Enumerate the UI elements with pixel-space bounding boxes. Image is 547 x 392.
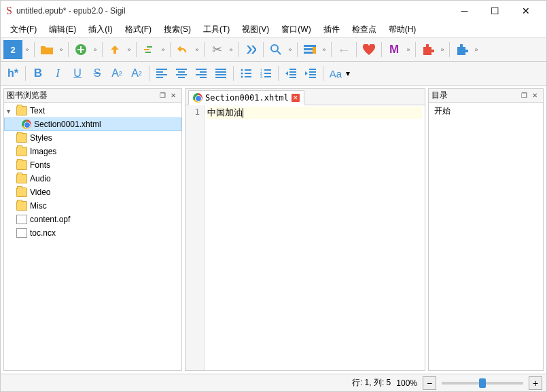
tree-label: toc.ncx — [30, 228, 56, 238]
chevron-icon[interactable]: » — [227, 46, 235, 53]
menu-checkpoints[interactable]: 检查点 — [347, 22, 382, 37]
code-area[interactable]: 中国加油 — [205, 105, 425, 370]
bold-button[interactable]: B — [29, 64, 48, 83]
subscript-button[interactable]: A2 — [107, 64, 126, 83]
tree-folder-fonts[interactable]: Fonts — [4, 158, 181, 172]
bullet-list-button[interactable] — [236, 64, 255, 83]
svg-point-10 — [241, 73, 243, 75]
menu-edit[interactable]: 编辑(E) — [43, 22, 82, 37]
tree-file-ncx[interactable]: toc.ncx — [4, 226, 181, 240]
chevron-icon[interactable]: » — [320, 46, 328, 53]
tree-folder-text[interactable]: ▾Text — [4, 104, 181, 118]
align-center-button[interactable] — [172, 64, 191, 83]
menu-insert[interactable]: 插入(I) — [83, 22, 118, 37]
zoom-slider[interactable] — [442, 382, 523, 385]
chevron-icon[interactable]: » — [125, 46, 133, 53]
zoom-level: 100% — [396, 378, 417, 388]
remove-format-button[interactable] — [139, 40, 158, 59]
book-browser-panel: 图书浏览器 ❐ ✕ ▾Text Section0001.xhtml Styles… — [3, 88, 182, 371]
tree-label: Fonts — [30, 160, 50, 170]
chevron-down-icon[interactable]: ▾ — [346, 69, 350, 78]
main-toolbar: 2 » » » » » » ✂ » » » ← M » » » — [1, 37, 546, 62]
align-right-button[interactable] — [192, 64, 211, 83]
menu-plugins[interactable]: 插件 — [318, 22, 345, 37]
chevron-icon[interactable]: » — [193, 46, 201, 53]
menu-search[interactable]: 搜索(S) — [158, 22, 196, 37]
menu-tools[interactable]: 工具(T) — [198, 22, 235, 37]
plugin-red-button[interactable] — [419, 40, 438, 59]
tree-label: Text — [30, 106, 45, 115]
tab-close-icon[interactable]: ✕ — [292, 94, 300, 102]
chevron-icon[interactable]: » — [472, 46, 480, 53]
align-left-button[interactable] — [152, 64, 171, 83]
close-button[interactable]: ✕ — [510, 1, 541, 20]
up-arrow-button[interactable] — [105, 40, 124, 59]
validate-button[interactable] — [241, 40, 260, 59]
number-list-button[interactable]: 123 — [256, 64, 275, 83]
float-icon[interactable]: ❐ — [518, 90, 529, 101]
italic-button[interactable]: I — [48, 64, 67, 83]
zoom-in-button[interactable]: + — [529, 376, 542, 390]
tree-label: Styles — [30, 133, 52, 143]
code-text: 中国加油 — [207, 107, 243, 118]
strike-button[interactable]: S — [88, 64, 107, 83]
toc-list: 开始 — [429, 103, 543, 370]
editor-tab[interactable]: Section0001.xhtml ✕ — [188, 90, 304, 105]
chrome-icon — [193, 93, 202, 103]
tab-label: Section0001.xhtml — [205, 93, 289, 103]
epub2-button[interactable]: 2 — [3, 40, 22, 59]
chevron-icon[interactable]: » — [159, 46, 167, 53]
menu-file[interactable]: 文件(F) — [5, 22, 42, 37]
svg-rect-1 — [144, 49, 149, 50]
chevron-icon[interactable]: » — [23, 46, 31, 53]
tree-folder-video[interactable]: Video — [4, 185, 181, 199]
zoom-out-button[interactable]: − — [423, 376, 436, 390]
chevron-icon[interactable]: » — [286, 46, 294, 53]
slider-thumb[interactable] — [479, 378, 486, 388]
tree-folder-misc[interactable]: Misc — [4, 199, 181, 213]
toc-item[interactable]: 开始 — [434, 105, 537, 117]
chevron-icon[interactable]: » — [91, 46, 99, 53]
case-button[interactable]: Aa — [326, 64, 345, 83]
menu-format[interactable]: 格式(F) — [120, 22, 157, 37]
tree-file-section[interactable]: Section0001.xhtml — [4, 118, 181, 131]
tree-file-opf[interactable]: content.opf — [4, 213, 181, 226]
heading-button[interactable]: h* — [3, 64, 22, 83]
menu-help[interactable]: 帮助(H) — [383, 22, 422, 37]
indent-button[interactable] — [301, 64, 320, 83]
chevron-icon[interactable]: » — [57, 46, 65, 53]
menu-window[interactable]: 窗口(W) — [276, 22, 316, 37]
float-icon[interactable]: ❐ — [157, 90, 168, 101]
tree-folder-styles[interactable]: Styles — [4, 131, 181, 145]
toc-panel: 目录 ❐ ✕ 开始 — [428, 88, 544, 371]
svg-rect-2 — [147, 46, 152, 48]
close-panel-icon[interactable]: ✕ — [529, 90, 540, 101]
tree-folder-audio[interactable]: Audio — [4, 172, 181, 185]
cut-button[interactable]: ✂ — [207, 40, 226, 59]
outdent-button[interactable] — [281, 64, 300, 83]
minimize-button[interactable]: ─ — [449, 1, 480, 20]
folder-icon — [16, 174, 27, 183]
superscript-button[interactable]: A2 — [127, 64, 146, 83]
back-button[interactable]: ← — [334, 40, 353, 59]
cursor-position: 行: 1, 列: 5 — [352, 377, 391, 389]
metadata-button[interactable] — [300, 40, 319, 59]
m-button[interactable]: M — [385, 40, 404, 59]
tree-folder-images[interactable]: Images — [4, 145, 181, 158]
menu-view[interactable]: 视图(V) — [236, 22, 275, 37]
add-button[interactable] — [71, 40, 90, 59]
code-editor[interactable]: 1 中国加油 — [186, 105, 425, 370]
donate-button[interactable] — [359, 40, 378, 59]
underline-button[interactable]: U — [68, 64, 87, 83]
undo-button[interactable] — [173, 40, 192, 59]
editor-tabbar: Section0001.xhtml ✕ — [186, 89, 425, 105]
close-panel-icon[interactable]: ✕ — [168, 90, 179, 101]
align-justify-button[interactable] — [211, 64, 230, 83]
chevron-icon[interactable]: » — [438, 46, 446, 53]
search-button[interactable] — [266, 40, 285, 59]
plugin-blue-button[interactable] — [453, 40, 472, 59]
menubar: 文件(F) 编辑(E) 插入(I) 格式(F) 搜索(S) 工具(T) 视图(V… — [1, 21, 546, 37]
maximize-button[interactable]: ☐ — [480, 1, 510, 20]
open-button[interactable] — [37, 40, 56, 59]
chevron-icon[interactable]: » — [404, 46, 412, 53]
